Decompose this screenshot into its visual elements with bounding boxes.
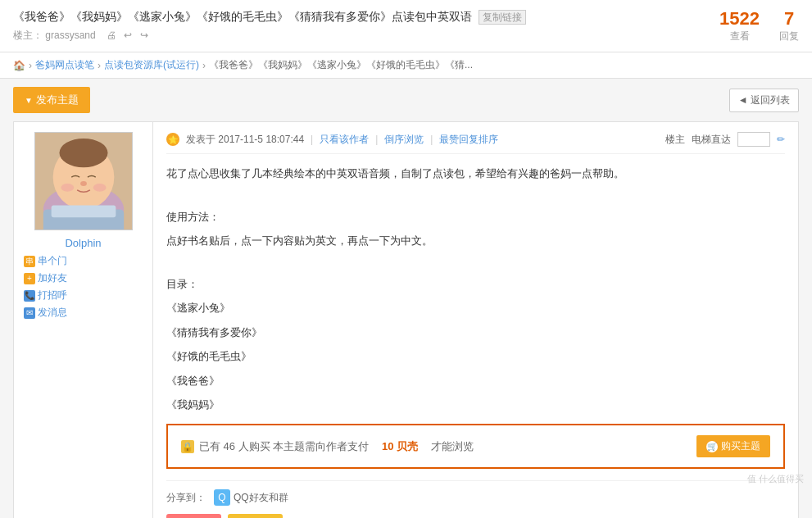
qq-label: QQ好友和群 xyxy=(234,491,288,505)
forward-icon[interactable]: ↪ xyxy=(140,30,148,41)
friends-icon: 串 xyxy=(24,256,35,267)
edit-button[interactable]: ✏ xyxy=(777,134,785,145)
user-action-addfriend[interactable]: + 加好友 xyxy=(24,271,143,285)
purchase-notice: 🔒 已有 46 人购买 本主题需向作者支付 10 贝壳 才能浏览 🛒 购买主题 xyxy=(166,424,785,469)
user-sidebar: Dolphin 串 串个门 + 加好友 📞 打招呼 ✉ 发消息 xyxy=(14,122,153,518)
thread-author-row: 楼主： grassysand 🖨 ↩ ↪ xyxy=(13,29,719,43)
breadcrumb-sep1: › xyxy=(29,60,32,71)
views-count: 1522 xyxy=(719,8,760,30)
replies-count: 7 xyxy=(779,8,799,30)
reverse-link[interactable]: 倒序浏览 xyxy=(384,133,424,147)
post-author-icon: 🌟 xyxy=(166,133,179,146)
action-buttons: 分享 0 收藏 4 xyxy=(166,514,785,518)
only-author-link[interactable]: 只看该作者 xyxy=(320,133,369,147)
share-label: 分享到： xyxy=(166,491,206,505)
addfriend-icon: + xyxy=(24,273,35,284)
avatar-image xyxy=(35,132,132,230)
floor-label: 楼主 xyxy=(665,133,685,147)
content-area: Dolphin 串 串个门 + 加好友 📞 打招呼 ✉ 发消息 � xyxy=(13,121,799,518)
svg-point-4 xyxy=(80,181,87,186)
back-list-button[interactable]: 返回列表 xyxy=(729,89,799,112)
user-display-name: Dolphin xyxy=(65,237,101,249)
breadcrumb-item-1[interactable]: 爸妈网点读笔 xyxy=(35,58,94,72)
svg-point-5 xyxy=(61,184,74,192)
thread-title: 《我爸爸》《我妈妈》《逃家小兔》《好饿的毛毛虫》《猜猜我有多爱你》点读包中英双语… xyxy=(13,8,719,25)
usage-text: 点好书名贴后，点一下内容贴为英文，再点一下为中文。 xyxy=(166,231,785,250)
page-header: 《我爸爸》《我妈妈》《逃家小兔》《好饿的毛毛虫》《猜猜我有多爱你》点读包中英双语… xyxy=(0,0,812,52)
title-text: 《我爸爸》《我妈妈》《逃家小兔》《好饿的毛毛虫》《猜猜我有多爱你》点读包中英双语 xyxy=(13,10,472,23)
share-button[interactable]: 分享 0 xyxy=(166,514,221,518)
toolbar: 发布主题 返回列表 xyxy=(0,79,812,121)
post-meta-left: 🌟 发表于 2017-11-5 18:07:44 | 只看该作者 | 倒序浏览 … xyxy=(166,133,498,147)
post-topic-button[interactable]: 发布主题 xyxy=(13,87,90,113)
message-icon: ✉ xyxy=(24,307,35,319)
post-body: 花了点心思收集了几本经典绘本的中英双语音频，自制了点读包，希望给有兴趣的爸妈一点… xyxy=(166,164,785,414)
header-stats: 1522 查看 7 回复 xyxy=(719,8,799,43)
lock-icon: 🔒 xyxy=(181,440,194,453)
author-name: grassysand xyxy=(45,30,95,41)
sep1: | xyxy=(311,134,313,145)
breadcrumb-item-2[interactable]: 点读包资源库(试运行) xyxy=(104,58,199,72)
breadcrumb-home-icon[interactable]: 🏠 xyxy=(13,60,25,71)
purchase-text-suffix: 才能浏览 xyxy=(431,439,474,454)
greet-label: 打招呼 xyxy=(38,289,67,302)
latest-reply-link[interactable]: 最赞回复排序 xyxy=(439,133,498,147)
purchase-notice-left: 🔒 已有 46 人购买 本主题需向作者支付 10 贝壳 才能浏览 xyxy=(181,439,474,454)
toc-item-2: 《猜猜我有多爱你》 xyxy=(166,323,785,342)
buy-cart-icon: 🛒 xyxy=(706,441,718,452)
toc-title: 目录： xyxy=(166,275,785,293)
sep2: | xyxy=(375,134,378,145)
svg-rect-8 xyxy=(51,206,116,218)
post-intro: 花了点心思收集了几本经典绘本的中英双语音频，自制了点读包，希望给有兴趣的爸妈一点… xyxy=(166,164,785,183)
user-avatar xyxy=(34,132,133,230)
print-icon[interactable]: 🖨 xyxy=(107,30,116,41)
svg-point-6 xyxy=(93,184,106,192)
user-actions: 串 串个门 + 加好友 📞 打招呼 ✉ 发消息 xyxy=(24,254,143,320)
toc-item-1: 《逃家小兔》 xyxy=(166,298,785,317)
replies-label: 回复 xyxy=(779,30,799,43)
addfriend-label: 加好友 xyxy=(38,271,67,285)
user-action-message[interactable]: ✉ 发消息 xyxy=(24,306,143,320)
message-label: 发消息 xyxy=(38,306,67,320)
purchase-amount: 10 贝壳 xyxy=(382,439,418,454)
post-meta-right: 楼主 电梯直达 ✏ xyxy=(665,132,785,147)
breadcrumb: 🏠 › 爸妈网点读笔 › 点读包资源库(试运行) › 《我爸爸》《我妈妈》《逃家… xyxy=(0,52,812,79)
purchase-text-prefix: 已有 46 人购买 本主题需向作者支付 xyxy=(199,439,369,454)
breadcrumb-sep3: › xyxy=(202,60,206,71)
user-action-greet[interactable]: 📞 打招呼 xyxy=(24,289,143,302)
sep3: | xyxy=(430,134,433,145)
svg-point-3 xyxy=(59,139,107,167)
post-meta: 🌟 发表于 2017-11-5 18:07:44 | 只看该作者 | 倒序浏览 … xyxy=(166,132,785,154)
elevator-label: 电梯直达 xyxy=(692,133,731,147)
views-label: 查看 xyxy=(719,30,760,43)
post-time: 发表于 2017-11-5 18:07:44 xyxy=(186,133,304,147)
author-label: 楼主： xyxy=(13,30,43,41)
copy-link-button[interactable]: 复制链接 xyxy=(479,10,526,25)
views-stat: 1522 查看 xyxy=(719,8,760,43)
share-section: 分享到： Q QQ好友和群 xyxy=(166,480,785,506)
post-content: 🌟 发表于 2017-11-5 18:07:44 | 只看该作者 | 倒序浏览 … xyxy=(153,122,798,518)
greet-icon: 📞 xyxy=(24,290,35,302)
qq-icon: Q xyxy=(214,489,230,506)
toc-item-5: 《我妈妈》 xyxy=(166,395,785,414)
replies-stat: 7 回复 xyxy=(779,8,799,43)
buy-topic-button[interactable]: 🛒 购买主题 xyxy=(696,435,770,457)
share-qq-button[interactable]: Q QQ好友和群 xyxy=(214,489,288,506)
friends-label: 串个门 xyxy=(38,254,67,268)
back-icon[interactable]: ↩ xyxy=(124,30,132,41)
toc-item-3: 《好饿的毛毛虫》 xyxy=(166,347,785,366)
buy-button-label: 购买主题 xyxy=(721,439,760,453)
user-action-friends[interactable]: 串 串个门 xyxy=(24,254,143,268)
breadcrumb-sep2: › xyxy=(98,60,101,71)
usage-title: 使用方法： xyxy=(166,207,785,226)
breadcrumb-current: 《我爸爸》《我妈妈》《逃家小兔》《好饿的毛毛虫》《猜... xyxy=(209,58,473,72)
toc-item-4: 《我爸爸》 xyxy=(166,371,785,390)
elevator-input[interactable] xyxy=(737,132,770,147)
collect-button[interactable]: 收藏 4 xyxy=(228,514,284,518)
